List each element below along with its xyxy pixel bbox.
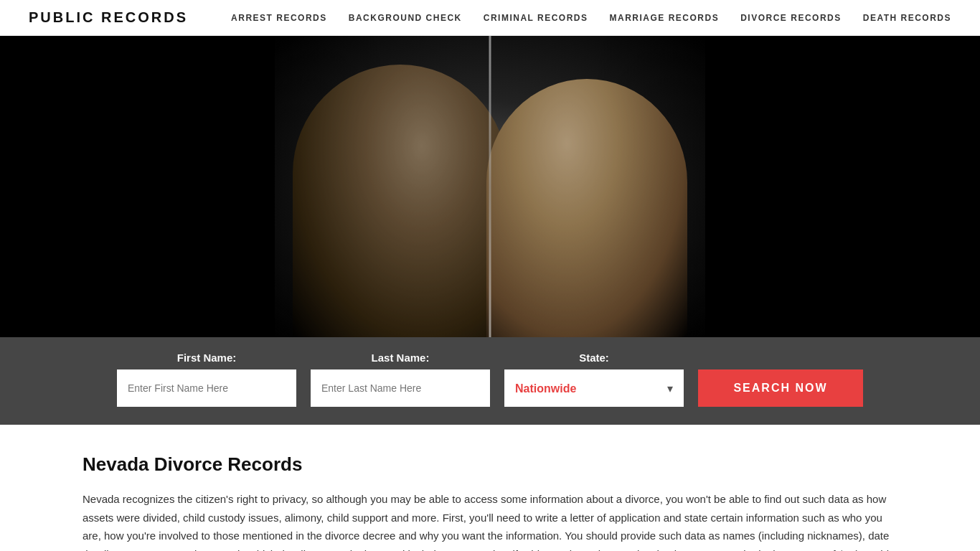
state-select-wrapper: Nationwide Alabama Alaska Arizona Arkans… — [504, 369, 684, 407]
state-label: State: — [504, 352, 684, 364]
person-right-figure — [486, 79, 687, 337]
hero-section — [0, 36, 980, 337]
page-title: Nevada Divorce Records — [83, 453, 897, 476]
nav-arrest-records[interactable]: ARREST RECORDS — [231, 13, 327, 23]
main-content: Nevada Divorce Records Nevada recognizes… — [0, 425, 980, 551]
site-logo[interactable]: PUBLIC RECORDS — [29, 9, 188, 26]
content-body: Nevada recognizes the citizen's right to… — [83, 490, 897, 551]
main-nav: ARREST RECORDS BACKGROUND CHECK CRIMINAL… — [231, 13, 951, 23]
first-name-field: First Name: — [117, 352, 296, 407]
nav-marriage-records[interactable]: MARRIAGE RECORDS — [610, 13, 720, 23]
state-select[interactable]: Nationwide Alabama Alaska Arizona Arkans… — [504, 369, 684, 407]
person-left-figure — [293, 65, 508, 337]
nav-criminal-records[interactable]: CRIMINAL RECORDS — [484, 13, 588, 23]
last-name-input[interactable] — [311, 369, 490, 407]
state-field: State: Nationwide Alabama Alaska Arizona… — [504, 352, 684, 407]
search-bar: First Name: Last Name: State: Nationwide… — [0, 337, 980, 425]
search-now-button[interactable]: SEARCH NOW — [698, 369, 863, 407]
site-header: PUBLIC RECORDS ARREST RECORDS BACKGROUND… — [0, 0, 980, 36]
nav-death-records[interactable]: DEATH RECORDS — [863, 13, 951, 23]
nav-divorce-records[interactable]: DIVORCE RECORDS — [740, 13, 842, 23]
last-name-label: Last Name: — [311, 352, 490, 364]
nav-background-check[interactable]: BACKGROUND CHECK — [349, 13, 462, 23]
first-name-input[interactable] — [117, 369, 296, 407]
last-name-field: Last Name: — [311, 352, 490, 407]
hero-divider — [489, 36, 491, 337]
first-name-label: First Name: — [117, 352, 296, 364]
